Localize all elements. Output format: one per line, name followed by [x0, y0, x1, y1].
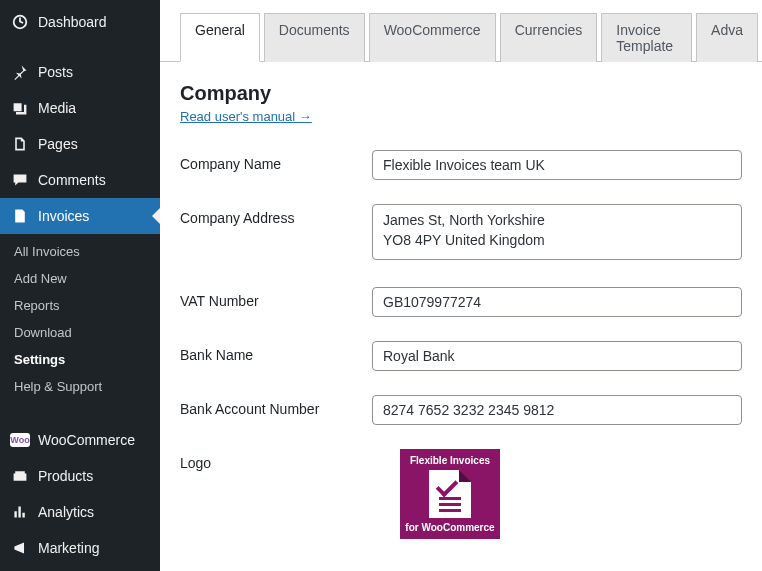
sidebar-item-media[interactable]: Media	[0, 90, 160, 126]
media-icon	[10, 98, 30, 118]
analytics-icon	[10, 502, 30, 522]
sidebar-item-label: Dashboard	[38, 14, 107, 30]
woocommerce-icon: Woo	[10, 430, 30, 450]
submenu-item-all-invoices[interactable]: All Invoices	[0, 238, 160, 265]
logo-text-top: Flexible Invoices	[410, 455, 490, 466]
main-content: General Documents WooCommerce Currencies…	[160, 0, 762, 571]
sidebar-item-dashboard[interactable]: Dashboard	[0, 4, 160, 40]
comments-icon	[10, 170, 30, 190]
sidebar-item-label: WooCommerce	[38, 432, 135, 448]
company-name-input[interactable]	[372, 150, 742, 180]
submenu-item-reports[interactable]: Reports	[0, 292, 160, 319]
sidebar-item-label: Marketing	[38, 540, 99, 556]
submenu-item-settings[interactable]: Settings	[0, 346, 160, 373]
sidebar-item-analytics[interactable]: Analytics	[0, 494, 160, 530]
sidebar-item-label: Pages	[38, 136, 78, 152]
tab-advanced[interactable]: Adva	[696, 13, 758, 62]
read-manual-link[interactable]: Read user's manual →	[180, 109, 312, 124]
logo-text-bottom: for WooCommerce	[405, 522, 494, 533]
submenu-item-help-support[interactable]: Help & Support	[0, 373, 160, 400]
sidebar-item-label: Analytics	[38, 504, 94, 520]
sidebar-item-label: Media	[38, 100, 76, 116]
logo-document-icon	[429, 470, 471, 518]
company-name-label: Company Name	[180, 150, 372, 172]
settings-content: Company Read user's manual → Company Nam…	[160, 62, 762, 571]
sidebar-item-pages[interactable]: Pages	[0, 126, 160, 162]
tab-general[interactable]: General	[180, 13, 260, 62]
company-address-input[interactable]: James St, North Yorkshire YO8 4PY United…	[372, 204, 742, 260]
company-address-label: Company Address	[180, 204, 372, 226]
bank-account-label: Bank Account Number	[180, 395, 372, 417]
settings-tabs: General Documents WooCommerce Currencies…	[160, 0, 762, 62]
marketing-icon	[10, 538, 30, 558]
bank-name-label: Bank Name	[180, 341, 372, 363]
submenu-item-download[interactable]: Download	[0, 319, 160, 346]
bank-account-input[interactable]	[372, 395, 742, 425]
sidebar-item-marketing[interactable]: Marketing	[0, 530, 160, 566]
sidebar-item-label: Invoices	[38, 208, 89, 224]
vat-number-input[interactable]	[372, 287, 742, 317]
logo-label: Logo	[180, 449, 400, 471]
tab-documents[interactable]: Documents	[264, 13, 365, 62]
sidebar-submenu-invoices: All Invoices Add New Reports Download Se…	[0, 234, 160, 408]
sidebar-item-comments[interactable]: Comments	[0, 162, 160, 198]
bank-name-input[interactable]	[372, 341, 742, 371]
tab-woocommerce[interactable]: WooCommerce	[369, 13, 496, 62]
submenu-item-add-new[interactable]: Add New	[0, 265, 160, 292]
sidebar-item-invoices[interactable]: Invoices	[0, 198, 160, 234]
tab-invoice-template[interactable]: Invoice Template	[601, 13, 692, 62]
admin-sidebar: Dashboard Posts Media Pages Comments Inv…	[0, 0, 160, 571]
pin-icon	[10, 62, 30, 82]
products-icon	[10, 466, 30, 486]
sidebar-item-label: Products	[38, 468, 93, 484]
pages-icon	[10, 134, 30, 154]
vat-number-label: VAT Number	[180, 287, 372, 309]
sidebar-item-posts[interactable]: Posts	[0, 54, 160, 90]
dashboard-icon	[10, 12, 30, 32]
sidebar-item-label: Posts	[38, 64, 73, 80]
tab-currencies[interactable]: Currencies	[500, 13, 598, 62]
sidebar-item-label: Comments	[38, 172, 106, 188]
invoice-icon	[10, 206, 30, 226]
logo-preview[interactable]: Flexible Invoices for WooCommerce	[400, 449, 500, 539]
page-title: Company	[180, 82, 742, 105]
sidebar-item-woocommerce[interactable]: Woo WooCommerce	[0, 422, 160, 458]
sidebar-item-products[interactable]: Products	[0, 458, 160, 494]
